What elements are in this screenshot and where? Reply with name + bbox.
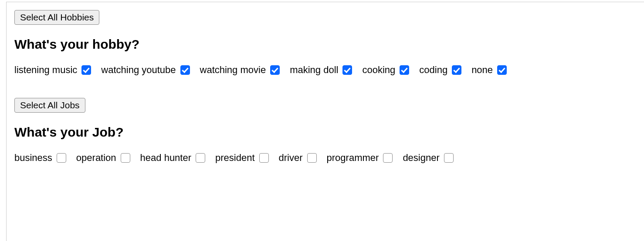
hobby-checkbox[interactable]: [497, 65, 507, 75]
job-option-label: head hunter: [140, 152, 191, 164]
job-checkbox[interactable]: [196, 153, 205, 163]
hobby-checkbox[interactable]: [400, 65, 409, 75]
hobby-option[interactable]: listening music: [14, 64, 92, 76]
hobby-option-label: cooking: [362, 64, 395, 76]
jobs-heading: What's your Job?: [14, 125, 636, 140]
hobby-option-label: listening music: [14, 64, 77, 76]
hobby-option-label: making doll: [290, 64, 338, 76]
job-checkbox[interactable]: [121, 153, 130, 163]
job-option-label: business: [14, 152, 52, 164]
hobby-option[interactable]: watching youtube: [101, 64, 191, 76]
job-option-label: operation: [76, 152, 116, 164]
job-checkbox[interactable]: [307, 153, 317, 163]
form-container: Select All Hobbies What's your hobby? li…: [6, 2, 644, 241]
job-option-label: programmer: [327, 152, 379, 164]
jobs-options: business operation head hunter president…: [14, 152, 636, 164]
job-checkbox[interactable]: [383, 153, 393, 163]
hobby-checkbox[interactable]: [452, 65, 461, 75]
hobby-option[interactable]: making doll: [290, 64, 353, 76]
job-checkbox[interactable]: [57, 153, 66, 163]
hobby-checkbox[interactable]: [270, 65, 280, 75]
job-option-label: president: [215, 152, 255, 164]
hobby-option-label: coding: [419, 64, 447, 76]
job-option-label: driver: [279, 152, 303, 164]
hobbies-heading: What's your hobby?: [14, 37, 636, 52]
job-option[interactable]: operation: [76, 152, 132, 164]
hobby-option[interactable]: coding: [419, 64, 463, 76]
jobs-section: Select All Jobs What's your Job? busines…: [14, 98, 636, 164]
hobby-option[interactable]: none: [471, 64, 508, 76]
job-option[interactable]: designer: [403, 152, 454, 164]
job-option[interactable]: president: [215, 152, 270, 164]
hobby-option[interactable]: cooking: [362, 64, 410, 76]
hobby-checkbox[interactable]: [342, 65, 352, 75]
hobby-option-label: watching movie: [200, 64, 266, 76]
hobby-checkbox[interactable]: [180, 65, 190, 75]
hobbies-section: Select All Hobbies What's your hobby? li…: [14, 10, 636, 76]
job-option[interactable]: business: [14, 152, 68, 164]
select-all-hobbies-button[interactable]: Select All Hobbies: [14, 10, 99, 25]
job-option[interactable]: programmer: [327, 152, 394, 164]
job-checkbox[interactable]: [444, 153, 454, 163]
job-option[interactable]: driver: [279, 152, 318, 164]
hobby-option[interactable]: watching movie: [200, 64, 281, 76]
hobby-checkbox[interactable]: [81, 65, 91, 75]
hobby-option-label: watching youtube: [101, 64, 176, 76]
hobbies-options: listening music watching youtube watchin…: [14, 64, 636, 76]
hobby-option-label: none: [471, 64, 493, 76]
job-option-label: designer: [403, 152, 439, 164]
select-all-jobs-button[interactable]: Select All Jobs: [14, 98, 85, 113]
job-option[interactable]: head hunter: [140, 152, 207, 164]
job-checkbox[interactable]: [259, 153, 269, 163]
